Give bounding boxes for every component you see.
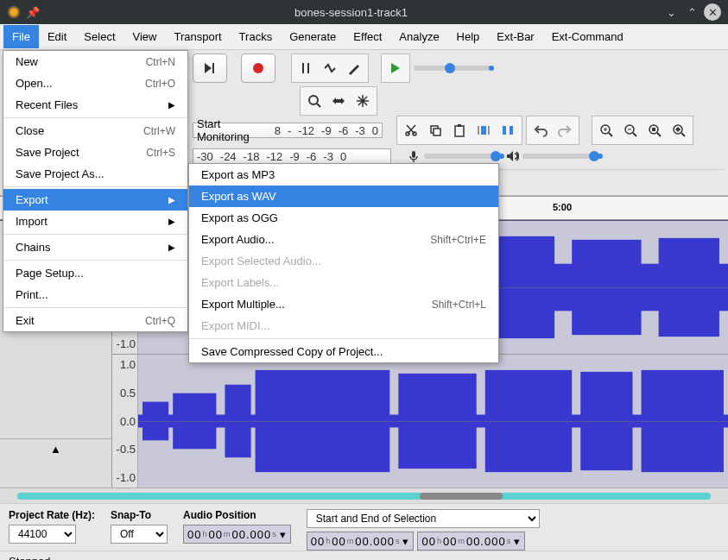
fit-project-button[interactable] xyxy=(667,118,691,142)
redo-button[interactable] xyxy=(553,118,577,142)
record-button[interactable] xyxy=(241,53,275,83)
svg-rect-15 xyxy=(510,126,513,135)
menu-extbar[interactable]: Ext-Bar xyxy=(488,25,542,48)
multi-tool[interactable] xyxy=(351,89,375,113)
menu-print[interactable]: Print... xyxy=(3,284,187,305)
skip-end-button[interactable] xyxy=(193,53,227,83)
menu-export-multiple[interactable]: Export Multiple...Shift+Ctrl+L xyxy=(189,293,498,315)
menu-page-setup[interactable]: Page Setup... xyxy=(3,262,187,284)
recording-volume-slider[interactable] xyxy=(424,154,502,159)
playback-meter[interactable]: -30 -24 -18 -12 -9 -6 -3 0 xyxy=(193,148,391,164)
menu-export-labels: Export Labels... xyxy=(189,272,498,293)
draw-tool[interactable] xyxy=(342,56,366,80)
close-button[interactable]: ✕ xyxy=(704,3,721,21)
paste-button[interactable] xyxy=(447,118,472,142)
menu-edit[interactable]: Edit xyxy=(39,25,75,48)
copy-button[interactable] xyxy=(423,118,447,142)
waveform-right[interactable] xyxy=(138,355,728,488)
menu-new[interactable]: NewCtrl+N xyxy=(3,51,187,72)
menu-exit[interactable]: ExitCtrl+Q xyxy=(3,310,187,331)
menu-export[interactable]: Export▶ xyxy=(3,189,187,211)
menu-import[interactable]: Import▶ xyxy=(3,211,187,232)
menu-effect[interactable]: Effect xyxy=(345,25,390,48)
mic-icon xyxy=(407,149,421,163)
recording-meter[interactable]: Start Monitoring 8 - -12 -9 -6 -3 0 xyxy=(193,123,383,138)
window-title: bones-session1-track1 xyxy=(43,6,659,19)
zoom-out-button[interactable] xyxy=(618,118,643,142)
minimize-button[interactable]: ⌄ xyxy=(662,3,680,21)
speaker-icon xyxy=(505,149,519,163)
menu-tracks[interactable]: Tracks xyxy=(231,25,282,48)
menu-export-ogg[interactable]: Export as OGG xyxy=(189,207,498,229)
menu-export-audio[interactable]: Export Audio...Shift+Ctrl+E xyxy=(189,229,498,250)
channel-scale-right: 1.0 0.5 0.0 -0.5 -1.0 xyxy=(112,355,138,488)
selection-start-display[interactable]: 00h00m00.000s▾ xyxy=(307,532,415,551)
selection-type-select[interactable]: Start and End of Selection xyxy=(307,509,540,528)
menu-analyze[interactable]: Analyze xyxy=(390,25,447,48)
menu-transport[interactable]: Transport xyxy=(165,25,230,48)
svg-rect-25 xyxy=(652,128,655,131)
menu-save-project-as[interactable]: Save Project As... xyxy=(3,163,187,185)
zoom-in-button[interactable] xyxy=(594,118,618,142)
menu-select[interactable]: Select xyxy=(75,25,123,48)
svg-line-27 xyxy=(681,133,685,136)
timeshift-tool[interactable] xyxy=(326,89,351,113)
snap-to-label: Snap-To xyxy=(111,509,168,521)
project-rate-label: Project Rate (Hz): xyxy=(9,509,95,521)
playback-speed-slider[interactable] xyxy=(414,66,491,71)
selection-toolbar: Project Rate (Hz): 44100 Snap-To Off Aud… xyxy=(0,503,728,551)
zoom-tool[interactable] xyxy=(302,89,326,113)
status-text: Stopped. xyxy=(9,555,54,560)
menu-extcommand[interactable]: Ext-Command xyxy=(543,25,632,48)
svg-rect-8 xyxy=(434,129,440,135)
selection-tool[interactable] xyxy=(294,56,318,80)
svg-line-17 xyxy=(609,133,612,136)
menu-help[interactable]: Help xyxy=(448,25,489,48)
menubar: File Edit Select View Transport Tracks G… xyxy=(0,24,728,50)
undo-button[interactable] xyxy=(529,118,553,142)
track-collapse-button[interactable]: ▲ xyxy=(0,438,111,459)
selection-end-display[interactable]: 00h00m00.000s▾ xyxy=(417,532,525,551)
monitoring-label: Start Monitoring xyxy=(197,117,269,143)
play-green-button[interactable] xyxy=(383,56,408,80)
menu-export-wav[interactable]: Export as WAV xyxy=(189,186,498,207)
svg-line-24 xyxy=(657,133,661,136)
svg-rect-9 xyxy=(455,126,464,136)
svg-rect-14 xyxy=(503,126,506,135)
trim-button[interactable] xyxy=(472,118,496,142)
horizontal-scrollbar[interactable] xyxy=(0,488,728,503)
playback-volume-slider[interactable] xyxy=(522,154,600,159)
envelope-tool[interactable] xyxy=(318,56,342,80)
titlebar: 📌 bones-session1-track1 ⌄ ⌃ ✕ xyxy=(0,0,728,24)
menu-export-mp3[interactable]: Export as MP3 xyxy=(189,164,498,186)
menu-save-compressed[interactable]: Save Compressed Copy of Project... xyxy=(189,341,498,362)
snap-to-select[interactable]: Off xyxy=(111,525,168,544)
pin-icon[interactable]: 📌 xyxy=(26,6,40,19)
menu-generate[interactable]: Generate xyxy=(281,25,345,48)
svg-line-2 xyxy=(317,104,320,107)
audio-position-display[interactable]: 00h00m00.000s▾ xyxy=(183,525,291,544)
project-rate-select[interactable]: 44100 xyxy=(9,525,76,544)
file-menu-dropdown: NewCtrl+N Open...Ctrl+O Recent Files▶ Cl… xyxy=(3,50,188,332)
menu-file[interactable]: File xyxy=(3,25,39,48)
menu-chains[interactable]: Chains▶ xyxy=(3,236,187,258)
export-submenu-dropdown: Export as MP3 Export as WAV Export as OG… xyxy=(188,163,499,363)
svg-rect-10 xyxy=(458,124,461,127)
menu-save-project[interactable]: Save ProjectCtrl+S xyxy=(3,142,187,163)
svg-point-0 xyxy=(253,63,263,73)
fit-selection-button[interactable] xyxy=(643,118,667,142)
menu-view[interactable]: View xyxy=(124,25,166,48)
svg-line-21 xyxy=(633,133,636,136)
svg-rect-28 xyxy=(412,151,415,158)
menu-close[interactable]: CloseCtrl+W xyxy=(3,120,187,142)
menu-open[interactable]: Open...Ctrl+O xyxy=(3,72,187,94)
statusbar: Stopped. xyxy=(0,551,728,560)
menu-export-selected: Export Selected Audio... xyxy=(189,250,498,272)
maximize-button[interactable]: ⌃ xyxy=(683,3,700,21)
svg-rect-11 xyxy=(481,126,486,135)
app-icon xyxy=(7,5,21,19)
cut-button[interactable] xyxy=(399,118,423,142)
silence-button[interactable] xyxy=(496,118,520,142)
menu-recent-files[interactable]: Recent Files▶ xyxy=(3,94,187,116)
svg-point-1 xyxy=(309,96,318,104)
